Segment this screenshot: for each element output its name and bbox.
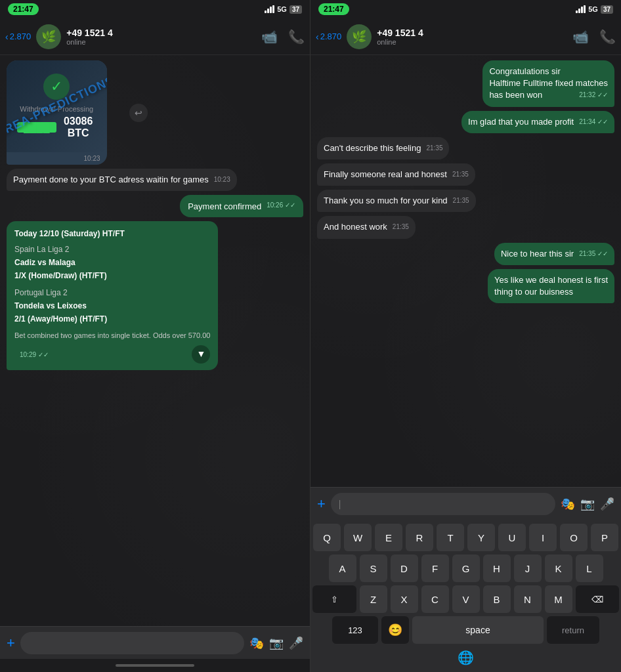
right-status-bar: 21:47 5G 37	[310, 0, 621, 18]
describe-text: Can't describe this feeling	[324, 143, 421, 153]
key-f[interactable]: F	[421, 555, 449, 582]
key-w[interactable]: W	[344, 524, 372, 551]
right-video-call-icon[interactable]: 📹	[572, 29, 589, 45]
btc-amount: 03086 BTC	[60, 116, 96, 139]
key-u[interactable]: U	[498, 524, 526, 551]
key-e[interactable]: E	[375, 524, 402, 551]
return-key[interactable]: return	[547, 616, 599, 644]
right-contact-name: +49 1521 4	[377, 28, 567, 38]
keyboard: Q W E R T Y U I O P A S D F G H J K L ⇧ …	[310, 520, 621, 672]
key-r[interactable]: R	[406, 524, 433, 551]
bet2: 2/1 (Away/Home) (HT/FT)	[14, 313, 210, 325]
signal-bars-icon	[265, 5, 274, 13]
right-message-input[interactable]	[331, 493, 555, 515]
honest-work-text: And honest work	[324, 222, 387, 232]
key-z[interactable]: Z	[360, 585, 387, 613]
nice-msg: Nice to hear this sir 21:35 ✓✓	[494, 243, 614, 265]
key-d[interactable]: D	[391, 555, 418, 582]
congrats-time: 21:32 ✓✓	[579, 91, 608, 100]
right-phone-call-icon[interactable]: 📞	[599, 29, 616, 45]
congrats-checks: ✓✓	[597, 91, 608, 98]
delete-key[interactable]: ⌫	[576, 585, 620, 613]
nice-text: Nice to hear this sir	[501, 249, 574, 259]
back-button[interactable]: ‹ 2.870	[5, 32, 31, 42]
nice-checks: ✓✓	[597, 250, 608, 257]
glad-time: 21:34 ✓✓	[579, 117, 608, 127]
right-status-right: 5G 37	[576, 5, 613, 14]
sticker-icon[interactable]: 🎭	[249, 636, 264, 650]
left-message-input[interactable]	[20, 632, 244, 654]
phone-call-icon[interactable]: 📞	[288, 29, 305, 45]
expand-button[interactable]: ▼	[192, 345, 210, 364]
key-h[interactable]: H	[483, 555, 511, 582]
right-sticker-icon[interactable]: 🎭	[561, 497, 575, 511]
crypto-time: 10:23	[7, 152, 107, 165]
network-type: 5G	[277, 5, 287, 13]
key-i[interactable]: I	[529, 524, 557, 551]
deal-msg: Yes like we deal honest is firstthing to…	[488, 269, 614, 303]
key-b[interactable]: B	[483, 585, 511, 613]
forward-button[interactable]: ↩	[129, 104, 148, 122]
right-camera-icon[interactable]: 📷	[580, 497, 595, 511]
microphone-icon[interactable]: 🎤	[289, 636, 303, 650]
payment-done-time: 10:23	[214, 175, 230, 184]
key-m[interactable]: M	[545, 585, 572, 613]
key-q[interactable]: Q	[313, 524, 341, 551]
finally-msg: Finally someone real and honest 21:35	[317, 163, 475, 186]
key-l[interactable]: L	[576, 555, 603, 582]
double-check-icon: ✓✓	[285, 201, 295, 209]
honest-work-time: 21:35	[393, 222, 409, 232]
key-n[interactable]: N	[514, 585, 542, 613]
withdrawal-label: Withdrawal Processing	[17, 105, 96, 113]
tip-message-box: Today 12/10 (Saturday) HT/FT Spain La Li…	[7, 221, 218, 370]
right-add-button[interactable]: +	[317, 495, 326, 513]
right-back-button[interactable]: ‹ 2.870	[316, 32, 341, 42]
match2: Tondela vs Leixoes	[14, 300, 210, 312]
bet1: 1/X (Home/Draw) (HT/FT)	[14, 270, 210, 282]
globe-key[interactable]: 🌐	[312, 650, 619, 665]
key-a[interactable]: A	[329, 555, 356, 582]
tip-time-row: 10:29 ✓✓ ▼	[14, 345, 210, 364]
key-o[interactable]: O	[560, 524, 588, 551]
keyboard-row-1: Q W E R T Y U I O P	[312, 524, 619, 551]
key-k[interactable]: K	[545, 555, 572, 582]
match1: Cadiz vs Malaga	[14, 257, 210, 268]
key-c[interactable]: C	[421, 585, 449, 613]
right-microphone-icon[interactable]: 🎤	[600, 497, 614, 511]
key-p[interactable]: P	[591, 524, 618, 551]
deal-text: Yes like we deal honest is firstthing to…	[494, 275, 608, 297]
thankyou-time: 21:35	[453, 196, 469, 205]
video-call-icon[interactable]: 📹	[261, 29, 278, 45]
avatar: 🌿	[36, 24, 61, 49]
camera-icon[interactable]: 📷	[269, 636, 284, 650]
add-attachment-button[interactable]: +	[7, 635, 15, 652]
key-v[interactable]: V	[452, 585, 480, 613]
key-y[interactable]: Y	[467, 524, 495, 551]
league2: Portugal Liga 2	[14, 287, 210, 299]
crypto-amount: ████ 03086 BTC	[17, 116, 96, 139]
contact-info: +49 1521 4 online	[66, 28, 256, 46]
numbers-key[interactable]: 123	[332, 616, 378, 644]
shift-key[interactable]: ⇧	[312, 585, 356, 613]
header-actions: 📹 📞	[261, 29, 305, 45]
right-phone-panel: 21:47 5G 37 ‹ 2.870 🌿 +49 1521 4 online	[310, 0, 621, 672]
right-header-actions: 📹 📞	[572, 29, 616, 45]
finally-text: Finally someone real and honest	[324, 169, 447, 179]
right-battery-indicator: 37	[601, 5, 613, 14]
right-chat-area: Congratulations sirHalftime Fulltime fix…	[310, 55, 621, 487]
keyboard-row-2: A S D F G H J K L	[312, 555, 619, 582]
key-x[interactable]: X	[391, 585, 418, 613]
keyboard-special-row: 🌐	[312, 647, 619, 668]
key-g[interactable]: G	[452, 555, 480, 582]
left-phone-panel: 21:47 5G 37 ‹ 2.870 🌿 +49 1521 4 online	[0, 0, 310, 672]
keyboard-row-3: ⇧ Z X C V B N M ⌫	[312, 585, 619, 613]
crypto-bubble-wrapper: ✓ Withdrawal Processing ████ 03086 BTC S…	[7, 60, 125, 165]
contact-status: online	[66, 38, 256, 46]
emoji-key[interactable]: 😊	[381, 616, 409, 644]
key-t[interactable]: T	[437, 524, 464, 551]
tip-date: Today 12/10 (Saturday) HT/FT	[14, 228, 210, 240]
key-s[interactable]: S	[360, 555, 387, 582]
space-key[interactable]: space	[412, 616, 544, 644]
right-avatar: 🌿	[347, 24, 372, 49]
key-j[interactable]: J	[514, 555, 542, 582]
